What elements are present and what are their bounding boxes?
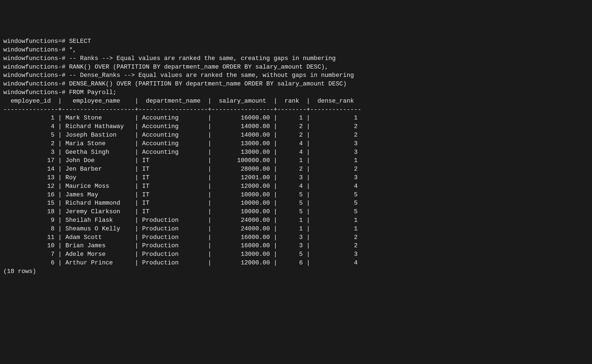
table-header: employee_id | employee_name | department…: [3, 98, 361, 105]
terminal-output: windowfunctions=# SELECT windowfunctions…: [3, 37, 589, 276]
table-body: 1 | Mark Stone | Accounting | 16000.00 |…: [3, 115, 358, 266]
table-divider: ---------------+--------------------+---…: [3, 106, 361, 113]
sql-query: windowfunctions=# SELECT windowfunctions…: [3, 38, 354, 96]
result-footer: (18 rows): [3, 268, 36, 275]
